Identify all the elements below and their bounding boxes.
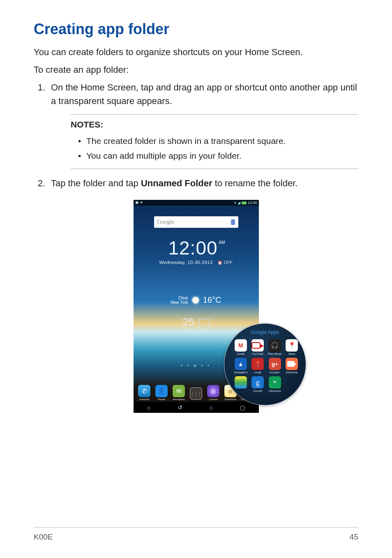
folder-app-playmusic[interactable]: Play Music xyxy=(267,339,283,355)
folder-app-gmail[interactable]: Gmail xyxy=(233,339,249,355)
folder-app-maps[interactable]: Maps xyxy=(284,339,300,355)
google-search-bar[interactable]: Google xyxy=(154,216,238,228)
dock-app-phone[interactable]: AudioWiz xyxy=(137,385,151,401)
camera-icon xyxy=(207,385,219,397)
googleplus-icon xyxy=(269,358,281,370)
clock-time: 12:00 xyxy=(168,237,217,259)
google-icon xyxy=(251,376,264,389)
dock-app-drawer[interactable] xyxy=(189,387,203,401)
screenshot-illustration: ▣ ● ▾ ◢ 12:00 Google 12:00AM Wednesday, … xyxy=(97,200,295,414)
step-2-text: Tap the folder and tap Unnamed Folder to… xyxy=(51,176,358,190)
dock-app-camera[interactable]: Camera xyxy=(206,385,220,401)
nav-recent-left-icon[interactable]: ⌂ xyxy=(147,404,150,411)
note-2: You can add multiple apps in your folder… xyxy=(78,148,358,163)
sun-icon xyxy=(192,297,199,303)
wifi-icon: ▾ xyxy=(234,201,236,205)
music-icon xyxy=(269,339,281,352)
step-2-number: 2. xyxy=(34,176,51,190)
status-icon: ● xyxy=(141,200,143,205)
navigation-icon xyxy=(235,358,247,370)
nav-bar: ⌂ ↺ ⌂ ▢ xyxy=(134,402,259,413)
youtube-icon: ▶ xyxy=(251,339,264,352)
footer-page-number: 45 xyxy=(350,533,358,542)
paint-icon xyxy=(235,376,247,389)
folder-app-paint[interactable] xyxy=(233,376,249,392)
weather-temp: 16°C xyxy=(203,295,221,305)
phone-icon xyxy=(138,385,150,397)
step-1-number: 1. xyxy=(34,81,51,108)
mail-count: 25 xyxy=(182,316,194,329)
intro-text: You can create folders to organize short… xyxy=(34,45,358,59)
clock-date: Wednesday, 10-30-2013 xyxy=(159,260,213,265)
folder-app-local[interactable]: Local xyxy=(250,358,266,374)
mic-icon[interactable] xyxy=(231,219,235,225)
nav-back-icon[interactable]: ↺ xyxy=(178,404,182,411)
dock-app-people[interactable]: People xyxy=(154,385,168,401)
people-icon xyxy=(155,385,168,397)
notes-title: NOTES: xyxy=(71,120,358,130)
lead-text: To create an app folder: xyxy=(34,63,358,76)
step-1-text: On the Home Screen, tap and drag an app … xyxy=(51,81,358,108)
notes-block: NOTES: The created folder is shown in a … xyxy=(71,114,358,169)
messenger-icon xyxy=(286,358,298,370)
footer-model: K00E xyxy=(34,533,53,542)
folder-zoom-bubble: Google Apps Gmail ▶YouTube Play Music Ma… xyxy=(224,323,306,405)
hangouts-icon xyxy=(269,376,281,389)
weather-widget[interactable]: Clear New York 16°C xyxy=(134,295,259,305)
folder-app-messenger[interactable]: Messeng xyxy=(284,358,300,374)
weather-condition: Clear xyxy=(171,296,188,300)
folder-app-hangouts[interactable]: Hangouts xyxy=(267,376,283,392)
search-placeholder: Google xyxy=(157,219,174,225)
clock-ampm: AM xyxy=(219,240,225,245)
folder-app-navigation[interactable]: Navigation xyxy=(233,358,249,374)
status-time: 12:00 xyxy=(248,201,257,205)
step-2: 2. Tap the folder and tap Unnamed Folder… xyxy=(34,176,358,190)
apps-drawer-icon xyxy=(190,387,202,400)
dock-app-messaging[interactable]: Messaging xyxy=(172,385,186,401)
weather-city: New York xyxy=(171,300,188,305)
messaging-icon xyxy=(173,385,185,397)
mail-widget[interactable]: 25 Mails | Go to Inbox xyxy=(134,316,259,333)
signal-icon: ◢ xyxy=(238,201,240,205)
local-icon xyxy=(251,358,264,370)
nav-home-icon[interactable]: ⌂ xyxy=(209,404,212,411)
status-bar: ▣ ● ▾ ◢ 12:00 xyxy=(134,200,259,206)
page-heading: Creating app folder xyxy=(34,21,358,38)
folder-app-googleplus[interactable]: Google+ xyxy=(267,358,283,374)
nav-recent-icon[interactable]: ▢ xyxy=(240,404,245,411)
envelope-icon xyxy=(199,319,210,326)
battery-icon xyxy=(242,201,247,204)
note-1: The created folder is shown in a transpa… xyxy=(78,134,358,148)
unnamed-folder-label: Unnamed Folder xyxy=(141,178,212,188)
clock-widget[interactable]: 12:00AM Wednesday, 10-30-2013 ⏰ OFF xyxy=(134,237,259,265)
folder-app-google[interactable]: Google xyxy=(250,376,266,392)
gmail-icon xyxy=(235,339,247,352)
status-icon: ▣ xyxy=(135,200,139,205)
maps-icon xyxy=(286,339,298,352)
step-1: 1. On the Home Screen, tap and drag an a… xyxy=(34,81,358,108)
folder-app-youtube[interactable]: ▶YouTube xyxy=(250,339,266,355)
alarm-status: ⏰ OFF xyxy=(217,260,233,265)
page-footer: K00E 45 xyxy=(34,527,358,542)
